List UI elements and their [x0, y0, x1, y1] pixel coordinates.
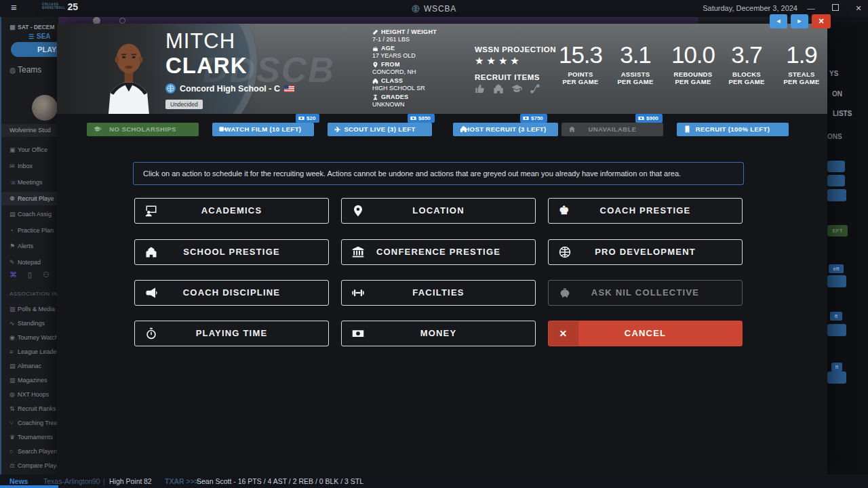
search-icon — [119, 18, 125, 24]
map-pin-icon — [372, 62, 378, 68]
bio-grades: GRADES UNKNOWN — [372, 94, 488, 108]
ask-nil-collective-button[interactable]: ASK NIL COLLECTIVE — [548, 280, 743, 306]
money-button[interactable]: MONEY — [341, 321, 536, 346]
cancel-button[interactable]: ✕ CANCEL — [548, 321, 743, 346]
graduation-cap-icon — [94, 125, 101, 133]
trash-icon[interactable]: ▯ — [28, 270, 32, 281]
school-logo-icon — [165, 83, 176, 94]
money-icon — [298, 115, 304, 121]
no-scholarships-button[interactable]: NO SCHOLARSHIPS — [87, 123, 199, 136]
app-window: ≡ COLLEGE BASKETBALL 25 WSCBA Saturday, … — [0, 0, 868, 488]
sidebar-item-your-office[interactable]: ▣Your Office — [1, 143, 58, 157]
score-separator: | — [103, 474, 105, 488]
envelope-icon: ✉ — [9, 159, 18, 173]
watch-film-button[interactable]: WATCH FILM (10 LEFT) — [212, 123, 314, 136]
close-window-button[interactable]: ✕ — [852, 0, 865, 17]
court-icon[interactable]: ⌘ — [9, 270, 17, 281]
sidebar-item-polls-media[interactable]: ▥Polls & Media — [1, 302, 58, 316]
sidebar-item-tournaments[interactable]: ♛Tournaments — [1, 430, 58, 444]
sidebar-item-recruit-ranks[interactable]: ⇅Recruit Ranks — [1, 402, 58, 415]
people-icon[interactable]: ⚇ — [43, 270, 50, 281]
location-button[interactable]: LOCATION — [341, 198, 536, 224]
coach-discipline-button[interactable]: COACH DISCIPLINE — [134, 280, 329, 306]
ticker-accent-bar — [0, 485, 58, 488]
x-icon: ✕ — [549, 321, 578, 346]
globe-icon: ◍ — [9, 388, 18, 401]
sidebar-item-practice-plans[interactable]: ◔Practice Plan — [1, 224, 58, 237]
thumbs-up-icon — [475, 83, 486, 94]
money-icon — [523, 115, 529, 121]
recruit-action-modal: DDSCB MITCH CLARK — [57, 24, 827, 474]
scout-live-button[interactable]: ✈ SCOUT LIVE (3) LEFT — [328, 123, 432, 136]
sidebar-item-tourney-watch[interactable]: ◉Tourney Watch — [1, 331, 58, 344]
coach-prestige-button[interactable]: ♚ COACH PRESTIGE — [548, 198, 743, 224]
whistle-icon: ◔ — [9, 224, 18, 237]
play-sim-button[interactable]: PLAY/SI — [11, 42, 58, 57]
sidebar-item-teams[interactable]: ◍Teams — [1, 63, 58, 77]
sidebar-item-notepad[interactable]: ✎Notepad — [1, 256, 58, 269]
money-icon — [352, 327, 364, 340]
usa-flag-icon — [284, 85, 294, 92]
background-button-fragment — [827, 161, 845, 172]
book-icon: ▤ — [9, 359, 18, 373]
sidebar-item-search-players[interactable]: ○Search Players — [1, 445, 58, 458]
background-button-fragment: EFT — [827, 225, 848, 237]
pencil-icon: ✎ — [9, 256, 18, 269]
facilities-button[interactable]: FACILTIES — [341, 280, 536, 306]
conference-prestige-button[interactable]: CONFERENCE PRESTIGE — [341, 239, 536, 265]
sidebar-item-league-leaders[interactable]: ≡League Leaders — [1, 345, 58, 359]
sidebar-item-almanac[interactable]: ▤Almanac — [1, 359, 58, 373]
unavailable-button[interactable]: UNAVAILABLE — [561, 123, 663, 136]
modal-prev-button[interactable]: ◄ — [770, 14, 787, 28]
notice-message: Click on an action to schedule it for th… — [133, 162, 744, 185]
cake-icon — [372, 45, 378, 52]
sidebar-item-meetings[interactable]: ☏Meetings — [1, 176, 58, 189]
player-last-name: CLARK — [165, 54, 247, 77]
sidebar-item-standings[interactable]: ∿Standings — [1, 317, 58, 330]
modal-close-button[interactable]: ✕ — [812, 14, 831, 28]
ticker-stat-line: Sean Scott - 16 PTS / 4 AST / 2 REB / 0 … — [197, 474, 363, 488]
ruler-icon — [372, 29, 378, 35]
academics-button[interactable]: ACADEMICS — [134, 198, 329, 224]
sidebar-item-compare-players[interactable]: ⚖Compare Playe — [1, 459, 58, 472]
host-recruit-button[interactable]: HOST RECRUIT (3 LEFT) — [453, 123, 558, 136]
maximize-button[interactable] — [829, 0, 842, 17]
graduation-cap-icon — [511, 83, 522, 94]
clipboard-icon: ▤ — [9, 207, 18, 221]
list-icon: ☰ — [28, 30, 37, 43]
modal-next-button[interactable]: ► — [791, 14, 808, 28]
landmark-icon — [352, 246, 364, 258]
price-badge: $850 — [408, 114, 435, 123]
home-team: High Point — [109, 474, 142, 488]
tree-icon: ⑂ — [9, 416, 18, 430]
sidebar-item-magazines[interactable]: ▥Magazines — [1, 373, 58, 387]
school-icon — [145, 246, 157, 258]
recruit-button[interactable]: RECRUIT (100% LEFT) — [677, 123, 789, 136]
coach-avatar[interactable] — [32, 95, 58, 121]
sidebar-search[interactable]: ☰SEA — [1, 30, 58, 43]
background-button-fragment — [827, 189, 846, 201]
sidebar-item-recruit-players[interactable]: ⚉Recruit Playe — [1, 192, 58, 205]
chalkboard-user-icon — [145, 205, 157, 217]
home-score: 82 — [144, 474, 152, 488]
sidebar-item-nxt-hoops[interactable]: ◍NXT Hoops — [1, 388, 58, 401]
sidebar-item-coach-assignments[interactable]: ▤Coach Assig — [1, 207, 58, 221]
pro-development-button[interactable]: PRO DEVELOPMENT — [548, 239, 743, 265]
basketball-icon: ◍ — [9, 63, 18, 77]
projection-stars: ★★★★ — [475, 55, 522, 67]
title-bar: ≡ COLLEGE BASKETBALL 25 WSCBA Saturday, … — [0, 0, 868, 17]
recruits-icon: ⚉ — [9, 192, 18, 205]
map-pin-icon — [352, 205, 364, 217]
price-badge: $900 — [635, 114, 663, 123]
price-badge: $750 — [520, 114, 547, 123]
school-prestige-button[interactable]: SCHOOL PRESTIGE — [134, 239, 329, 265]
bracket-icon: ◉ — [9, 331, 18, 344]
sidebar-item-alerts[interactable]: ⚑Alerts — [1, 239, 58, 253]
playing-time-button[interactable]: PLAYING TIME — [134, 321, 329, 346]
stat-rebounds: 10.0 REBOUNDSPER GAME — [663, 41, 724, 85]
background-badge-fragment: ft — [831, 363, 842, 371]
sidebar-item-coaching-trees[interactable]: ⑂Coaching Trees — [1, 416, 58, 430]
sidebar-team-name[interactable]: Wolverine Stud — [1, 124, 58, 137]
sidebar-item-inbox[interactable]: ✉Inbox — [1, 159, 58, 173]
hamburger-menu-icon[interactable]: ≡ — [11, 1, 17, 13]
